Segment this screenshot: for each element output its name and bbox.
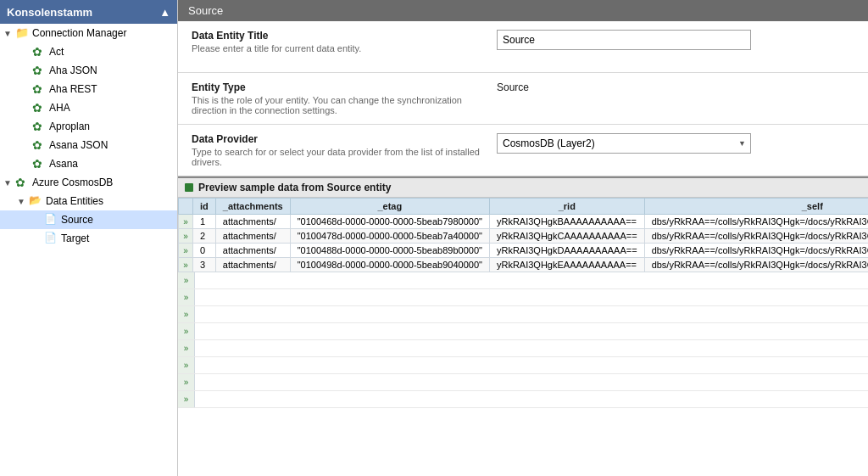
entity-type-label: Entity Type: [192, 81, 483, 93]
cell-etag: "0100498d-0000-0000-0000-5beab9040000": [290, 258, 489, 272]
row-expand-arrow[interactable]: »: [179, 244, 193, 258]
empty-row: »: [178, 357, 868, 374]
data-provider-control: CosmosDB (Layer2) SQL Server SharePoint …: [497, 133, 854, 154]
data-provider-section: Data Provider Type to search for or sele…: [178, 125, 868, 176]
expand-arrow-data-entities: ▼: [17, 197, 29, 206]
sidebar-collapse-icon[interactable]: ▲: [159, 6, 170, 19]
data-table-wrapper[interactable]: id _attachments _etag _rid _self _ts »1a…: [178, 198, 868, 476]
cell-id: 2: [193, 229, 216, 244]
table-row: »2attachments/"0100478d-0000-0000-0000-5…: [179, 229, 869, 244]
empty-row: »: [178, 340, 868, 357]
target-icon: 📄: [44, 232, 58, 245]
sidebar-item-asana[interactable]: ✿ Asana: [0, 154, 177, 173]
empty-row: »: [178, 306, 868, 323]
th-attachments: _attachments: [215, 199, 290, 215]
data-provider-desc: Type to search for or select your data p…: [192, 147, 483, 167]
entity-type-desc: This is the role of your entity. You can…: [192, 95, 483, 115]
sidebar: Konsolenstamm ▲ ▼ 📁 Connection Manager ✿…: [0, 0, 178, 476]
gear-icon-act: ✿: [32, 45, 46, 59]
data-entity-title-row: Data Entity Title Please enter a title f…: [192, 30, 854, 64]
th-id: id: [193, 199, 216, 215]
sidebar-label-azure-cosmosdb: Azure CosmosDB: [32, 176, 113, 188]
data-entity-title-label-col: Data Entity Title Please enter a title f…: [192, 30, 497, 53]
entity-type-section: Entity Type This is the role of your ent…: [178, 73, 868, 125]
row-empty-arrow: »: [178, 306, 195, 322]
sidebar-item-data-entities[interactable]: ▼ 📂 Data Entities: [0, 192, 177, 210]
sidebar-label-target: Target: [61, 232, 89, 244]
sidebar-label-aha-rest: Aha REST: [49, 83, 97, 95]
expand-arrow-connection-manager: ▼: [3, 29, 15, 38]
preview-panel: Preview sample data from Source entity i…: [178, 176, 868, 476]
sidebar-label-aha-json: Aha JSON: [49, 64, 97, 76]
header-row: id _attachments _etag _rid _self _ts: [179, 199, 869, 215]
sidebar-label-source: Source: [61, 214, 93, 226]
cell-self: dbs/yRkRAA==/colls/yRkRAI3QHgk=/docs/yRk…: [644, 258, 868, 272]
row-expand-arrow[interactable]: »: [179, 229, 193, 244]
sidebar-item-azure-cosmosdb[interactable]: ▼ ✿ Azure CosmosDB: [0, 173, 177, 192]
sidebar-label-asana: Asana: [49, 158, 78, 170]
data-entity-title-input[interactable]: [497, 30, 751, 50]
gear-icon-asana: ✿: [32, 157, 46, 171]
gear-icon-aha-json: ✿: [32, 64, 46, 77]
table-header: id _attachments _etag _rid _self _ts: [179, 199, 869, 215]
row-expand-arrow[interactable]: »: [179, 258, 193, 272]
th-arrow: [179, 199, 193, 215]
sidebar-label-asana-json: Asana JSON: [49, 139, 108, 151]
sidebar-label-data-entities: Data Entities: [46, 195, 103, 207]
cell-id: 0: [193, 244, 216, 258]
table-row: »1attachments/"0100468d-0000-0000-0000-5…: [179, 215, 869, 229]
row-empty-arrow: »: [178, 391, 195, 407]
sidebar-header: Konsolenstamm ▲: [0, 0, 177, 24]
sidebar-item-connection-manager[interactable]: ▼ 📁 Connection Manager: [0, 24, 177, 42]
sidebar-title: Konsolenstamm: [7, 6, 92, 19]
sidebar-label-aproplan: Aproplan: [49, 120, 90, 132]
entity-type-label-col: Entity Type This is the role of your ent…: [192, 81, 497, 115]
panel-title-bar: Source: [178, 0, 868, 21]
sidebar-item-aha[interactable]: ✿ AHA: [0, 98, 177, 117]
entity-type-value: Source: [497, 81, 529, 93]
data-provider-select-wrapper: CosmosDB (Layer2) SQL Server SharePoint …: [497, 133, 751, 154]
source-icon: 📄: [44, 213, 58, 227]
cell-self: dbs/yRkRAA==/colls/yRkRAI3QHgk=/docs/yRk…: [644, 229, 868, 244]
cell-etag: "0100478d-0000-0000-0000-5beab7a40000": [290, 229, 489, 244]
sidebar-item-asana-json[interactable]: ✿ Asana JSON: [0, 136, 177, 154]
preview-title-bar: Preview sample data from Source entity: [178, 178, 868, 198]
cell-self: dbs/yRkRAA==/colls/yRkRAI3QHgk=/docs/yRk…: [644, 215, 868, 229]
row-empty-arrow: »: [178, 340, 195, 356]
empty-row: »: [178, 289, 868, 306]
row-expand-arrow[interactable]: »: [179, 215, 193, 229]
entity-type-row: Entity Type This is the role of your ent…: [192, 81, 854, 115]
data-provider-row: Data Provider Type to search for or sele…: [192, 133, 854, 167]
th-etag: _etag: [290, 199, 489, 215]
cell-attachments: attachments/: [215, 229, 290, 244]
data-provider-label-col: Data Provider Type to search for or sele…: [192, 133, 497, 167]
sidebar-item-target[interactable]: 📄 Target: [0, 229, 177, 248]
sidebar-item-aha-rest[interactable]: ✿ Aha REST: [0, 80, 177, 98]
preview-table: id _attachments _etag _rid _self _ts »1a…: [178, 198, 868, 272]
entity-type-control: Source: [497, 81, 854, 93]
row-empty-arrow: »: [178, 374, 195, 390]
folder-icon-data-entities: 📂: [29, 194, 42, 208]
cell-attachments: attachments/: [215, 244, 290, 258]
sidebar-item-source[interactable]: 📄 Source: [0, 210, 177, 229]
gear-icon-azure-cosmosdb: ✿: [15, 176, 29, 189]
cell-etag: "0100468d-0000-0000-0000-5beab7980000": [290, 215, 489, 229]
data-entity-title-desc: Please enter a title for current data en…: [192, 43, 483, 53]
sidebar-item-aproplan[interactable]: ✿ Aproplan: [0, 117, 177, 136]
sidebar-item-act[interactable]: ✿ Act: [0, 42, 177, 61]
data-provider-select[interactable]: CosmosDB (Layer2) SQL Server SharePoint …: [497, 133, 751, 154]
th-self: _self: [644, 199, 868, 215]
cell-rid: yRkRAI3QHgkDAAAAAAAAAA==: [489, 244, 644, 258]
data-entity-title-section: Data Entity Title Please enter a title f…: [178, 21, 868, 73]
sidebar-item-aha-json[interactable]: ✿ Aha JSON: [0, 61, 177, 80]
gear-icon-aha: ✿: [32, 101, 46, 115]
gear-icon-aha-rest: ✿: [32, 82, 46, 96]
sidebar-label-connection-manager: Connection Manager: [32, 27, 126, 39]
row-empty-arrow: »: [178, 323, 195, 339]
empty-row: »: [178, 323, 868, 340]
gear-icon-asana-json: ✿: [32, 138, 46, 152]
cell-self: dbs/yRkRAA==/colls/yRkRAI3QHgk=/docs/yRk…: [644, 244, 868, 258]
sidebar-tree: ▼ 📁 Connection Manager ✿ Act ✿ Aha JSON …: [0, 24, 177, 476]
row-empty-arrow: »: [178, 357, 195, 373]
expand-arrow-azure-cosmosdb: ▼: [3, 178, 15, 188]
